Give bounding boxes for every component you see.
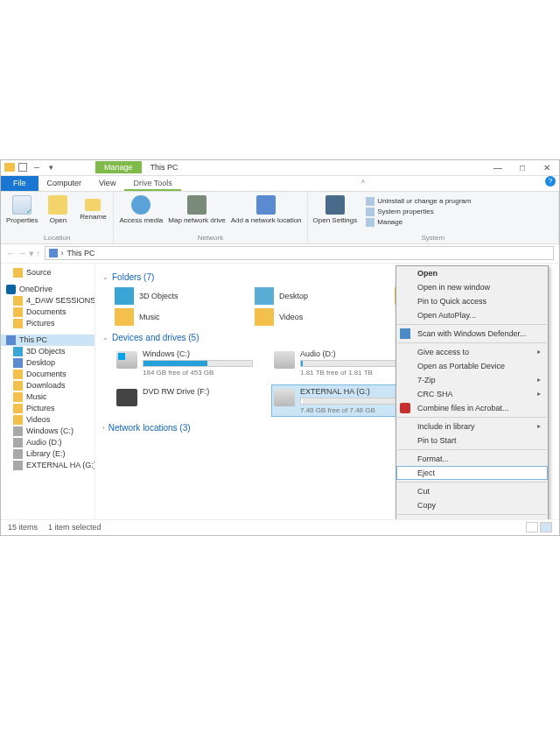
breadcrumb[interactable]: This PC <box>67 249 95 257</box>
nav-item[interactable]: 4_DAW SESSIONS <box>1 295 94 307</box>
back-button[interactable]: ← <box>6 248 16 259</box>
context-menu: Open Open in new window Pin to Quick acc… <box>396 265 549 519</box>
map-drive-button[interactable]: Map network drive <box>168 195 225 224</box>
address-bar[interactable]: › This PC <box>45 246 555 260</box>
system-properties-button[interactable]: System properties <box>366 208 471 216</box>
nav-source[interactable]: Source <box>1 267 94 278</box>
nav-this-pc[interactable]: This PC <box>1 335 94 346</box>
ribbon-collapse-icon[interactable]: ^ <box>356 176 370 191</box>
separator <box>397 417 547 418</box>
add-network-location-button[interactable]: Add a network location <box>231 195 302 224</box>
ctx-scan-defender[interactable]: Scan with Windows Defender... <box>396 327 548 341</box>
open-button[interactable]: Open <box>43 195 73 224</box>
titlebar: ▾ Manage This PC — □ ✕ <box>1 160 559 176</box>
ctx-open-autoplay[interactable]: Open AutoPlay... <box>396 308 548 322</box>
chevron-down-icon: ⌄ <box>102 334 108 342</box>
folder-icon <box>13 381 23 391</box>
properties-button[interactable]: Properties <box>6 195 38 224</box>
folder-item[interactable]: Music <box>115 308 228 326</box>
objects-icon <box>13 347 23 356</box>
ctx-portable-device[interactable]: Open as Portable Device <box>396 359 548 373</box>
ctx-acrobat-combine[interactable]: Combine files in Acrobat... <box>396 401 548 415</box>
maximize-button[interactable]: □ <box>510 159 535 175</box>
folder-item[interactable]: Desktop <box>255 287 368 305</box>
nav-drive[interactable]: Windows (C:) <box>1 426 94 437</box>
folder-icon[interactable] <box>4 163 15 172</box>
nav-onedrive[interactable]: OneDrive <box>1 284 94 295</box>
drive-icon <box>13 426 23 436</box>
rename-button[interactable]: Rename <box>78 195 108 221</box>
help-icon[interactable]: ? <box>545 176 556 187</box>
ctx-eject[interactable]: Eject <box>396 466 548 480</box>
manage-button[interactable]: Manage <box>366 218 471 227</box>
up-button[interactable]: ↑ <box>36 248 41 259</box>
ctx-crc-sha[interactable]: CRC SHA▸ <box>396 387 548 401</box>
nav-item[interactable]: 3D Objects <box>1 346 94 357</box>
folder-icon <box>13 296 23 306</box>
ribbon-group-network: Access media Map network drive Add a net… <box>114 192 307 243</box>
recent-button[interactable]: ▾ <box>29 248 34 259</box>
drive-name: EXTERNAL HA (G:) <box>300 387 410 396</box>
drive-icon <box>274 351 295 369</box>
drive-usage-bar <box>143 360 253 367</box>
ribbon-group-location: Properties Open Rename Location <box>1 192 114 243</box>
drive-item-windows[interactable]: Windows (C:) 184 GB free of 453 GB <box>115 348 255 378</box>
ctx-open[interactable]: Open <box>396 266 548 280</box>
nav-item[interactable]: Pictures <box>1 318 94 329</box>
access-media-button[interactable]: Access media <box>119 195 163 224</box>
ctx-create-shortcut[interactable]: Create shortcut <box>396 517 548 519</box>
status-selection: 1 item selected <box>48 523 102 532</box>
nav-item[interactable]: Documents <box>1 307 94 318</box>
nav-drive[interactable]: EXTERNAL HA (G:) <box>1 460 94 471</box>
window-controls: — □ ✕ <box>486 159 559 175</box>
status-item-count: 15 items <box>8 523 38 532</box>
nav-item[interactable]: Videos <box>1 414 94 426</box>
separator <box>397 482 547 483</box>
tab-view[interactable]: View <box>90 176 124 191</box>
explorer-body: Source OneDrive 4_DAW SESSIONS Documents… <box>1 264 559 519</box>
close-button[interactable]: ✕ <box>535 159 559 175</box>
ribbon-tabs: File Computer View Drive Tools ^ ? <box>1 176 559 192</box>
open-settings-button[interactable]: Open Settings <box>313 195 358 224</box>
ctx-pin-start[interactable]: Pin to Start <box>396 433 548 447</box>
tab-computer[interactable]: Computer <box>38 176 91 191</box>
drive-item-external[interactable]: EXTERNAL HA (G:) 7.48 GB free of 7.48 GB <box>272 385 412 416</box>
folder-item[interactable]: 3D Objects <box>115 287 228 305</box>
nav-item[interactable]: Desktop <box>1 357 94 369</box>
forward-button[interactable]: → <box>18 248 27 259</box>
drive-name: DVD RW Drive (F:) <box>143 387 253 396</box>
ctx-pin-quick-access[interactable]: Pin to Quick access <box>396 294 548 308</box>
view-details-button[interactable] <box>526 522 538 532</box>
ctx-7zip[interactable]: 7-Zip▸ <box>396 373 548 387</box>
ctx-include-library[interactable]: Include in library▸ <box>396 419 548 433</box>
ctx-give-access[interactable]: Give access to▸ <box>396 345 548 359</box>
tab-file[interactable]: File <box>1 176 38 191</box>
minimize-button[interactable]: — <box>486 159 510 175</box>
nav-item[interactable]: Documents <box>1 369 94 380</box>
manage-icon <box>366 218 374 227</box>
view-large-button[interactable] <box>540 522 552 532</box>
3d-objects-icon <box>115 287 134 305</box>
drive-item-audio[interactable]: Audio (D:) 1.81 TB free of 1.81 TB <box>272 348 412 378</box>
tab-drive-tools[interactable]: Drive Tools <box>124 176 180 191</box>
nav-drive[interactable]: Audio (D:) <box>1 437 94 448</box>
file-explorer-window: ▾ Manage This PC — □ ✕ File Computer Vie… <box>0 159 560 536</box>
this-pc-icon <box>49 249 58 257</box>
ctx-open-new-window[interactable]: Open in new window <box>396 280 548 294</box>
nav-drive[interactable]: Library (E:) <box>1 448 94 460</box>
drive-item-dvd[interactable]: DVD RW Drive (F:) <box>115 385 255 416</box>
ctx-cut[interactable]: Cut <box>396 484 548 498</box>
nav-item[interactable]: Pictures <box>1 403 94 414</box>
nav-item[interactable]: Downloads <box>1 380 94 391</box>
qat-button[interactable] <box>17 161 29 173</box>
qat-dropdown-icon[interactable]: ▾ <box>45 161 57 173</box>
drive-name: Windows (C:) <box>143 349 253 358</box>
uninstall-program-button[interactable]: Uninstall or change a program <box>366 197 471 206</box>
breadcrumb-arrow[interactable]: › <box>61 249 64 257</box>
manage-contextual-tab[interactable]: Manage <box>95 161 142 173</box>
ctx-copy[interactable]: Copy <box>396 498 548 512</box>
ctx-format[interactable]: Format... <box>396 452 548 466</box>
nav-item[interactable]: Music <box>1 391 94 403</box>
drive-free-text: 1.81 TB free of 1.81 TB <box>300 369 410 377</box>
folder-item[interactable]: Videos <box>255 308 368 326</box>
